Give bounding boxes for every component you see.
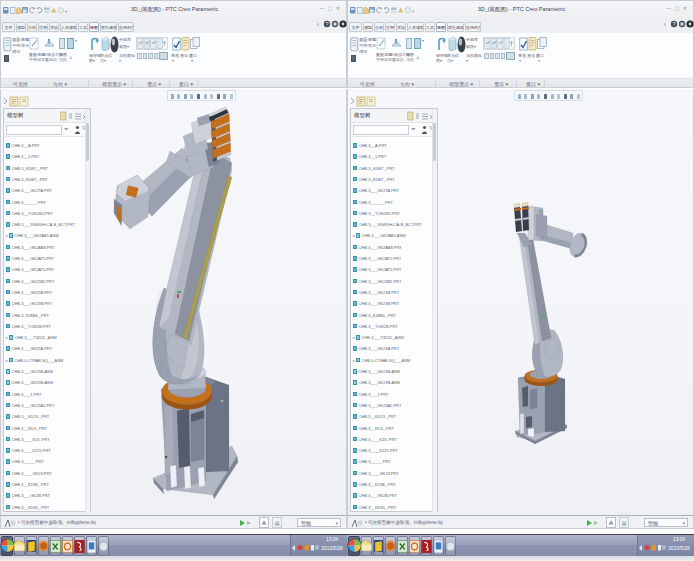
svg-text:?: ? (672, 21, 675, 27)
svg-text:?: ? (325, 21, 328, 27)
